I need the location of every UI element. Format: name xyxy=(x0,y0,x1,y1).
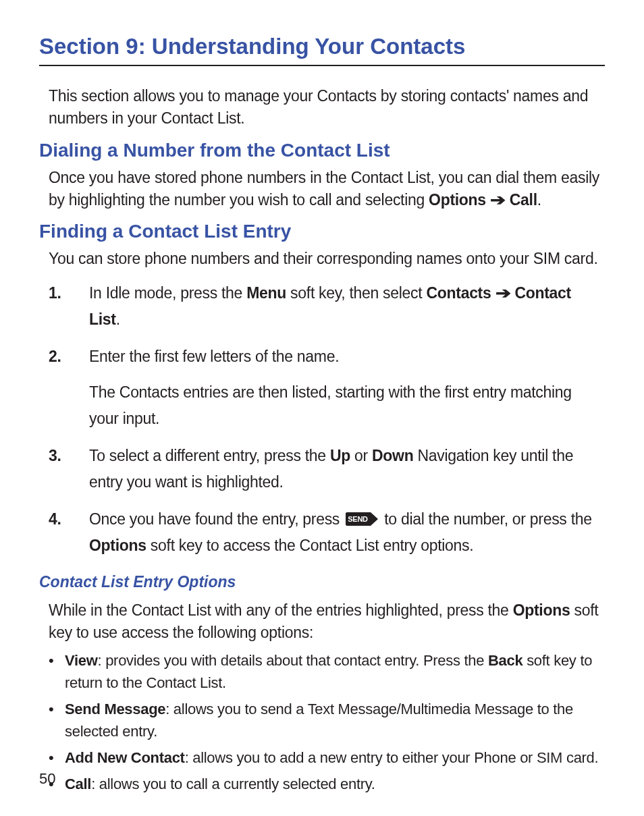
text: . xyxy=(537,191,541,209)
page: Section 9: Understanding Your Contacts T… xyxy=(0,0,644,816)
send-key-icon: SEND xyxy=(345,512,379,526)
arrow-icon: ➔ xyxy=(495,280,510,306)
text: soft key, then select xyxy=(286,284,426,302)
text: In Idle mode, press the xyxy=(89,284,246,302)
step-3: To select a different entry, press the U… xyxy=(49,443,605,495)
bullet-list: View: provides you with details about th… xyxy=(49,649,605,795)
add-new-contact-label: Add New Contact xyxy=(65,749,185,766)
options-label: Options xyxy=(513,601,570,619)
bullet-view: View: provides you with details about th… xyxy=(49,649,605,694)
text: Once you have found the entry, press xyxy=(89,510,344,528)
call-label: Call xyxy=(65,776,91,792)
options-intro: While in the Contact List with any of th… xyxy=(49,599,605,645)
contacts-label: Contacts xyxy=(426,284,491,302)
options-label: Options xyxy=(89,537,146,554)
bullet-call: Call: allows you to call a currently sel… xyxy=(49,773,605,795)
section-title: Section 9: Understanding Your Contacts xyxy=(39,34,605,59)
heading-options: Contact List Entry Options xyxy=(39,573,605,591)
text: To select a different entry, press the xyxy=(89,447,330,464)
call-label: Call xyxy=(510,191,537,209)
text: . xyxy=(116,310,120,328)
bullet-add-new-contact: Add New Contact: allows you to add a new… xyxy=(49,746,605,769)
dialing-paragraph: Once you have stored phone numbers in th… xyxy=(49,167,605,212)
down-label: Down xyxy=(372,447,413,464)
text: to dial the number, or press the xyxy=(384,510,591,528)
step-1: In Idle mode, press the Menu soft key, t… xyxy=(49,280,605,333)
step-2: Enter the first few letters of the name.… xyxy=(49,344,605,432)
intro-paragraph: This section allows you to manage your C… xyxy=(49,85,605,130)
text: soft key to access the Contact List entr… xyxy=(146,537,474,554)
view-label: View xyxy=(65,652,98,669)
bullet-send-message: Send Message: allows you to send a Text … xyxy=(49,698,605,742)
finding-intro: You can store phone numbers and their co… xyxy=(49,248,605,270)
arrow-icon: ➔ xyxy=(490,189,505,211)
back-label: Back xyxy=(488,652,522,669)
steps-list: In Idle mode, press the Menu soft key, t… xyxy=(49,280,605,560)
options-label: Options xyxy=(429,191,486,209)
title-rule xyxy=(39,65,605,66)
page-number: 50 xyxy=(39,770,55,788)
text: Enter the first few letters of the name. xyxy=(89,348,339,365)
text: : allows you to add a new entry to eithe… xyxy=(185,749,599,766)
send-message-label: Send Message xyxy=(65,701,165,717)
text: or xyxy=(350,447,372,464)
heading-dialing: Dialing a Number from the Contact List xyxy=(39,140,605,161)
text: While in the Contact List with any of th… xyxy=(49,601,513,619)
svg-text:SEND: SEND xyxy=(348,515,368,523)
step-4: Once you have found the entry, press SEN… xyxy=(49,506,605,559)
text: The Contacts entries are then listed, st… xyxy=(89,383,572,427)
up-label: Up xyxy=(330,447,350,464)
menu-label: Menu xyxy=(246,284,286,302)
text: : provides you with details about that c… xyxy=(98,652,488,669)
heading-finding: Finding a Contact List Entry xyxy=(39,221,605,242)
text: : allows you to call a currently selecte… xyxy=(91,776,375,792)
